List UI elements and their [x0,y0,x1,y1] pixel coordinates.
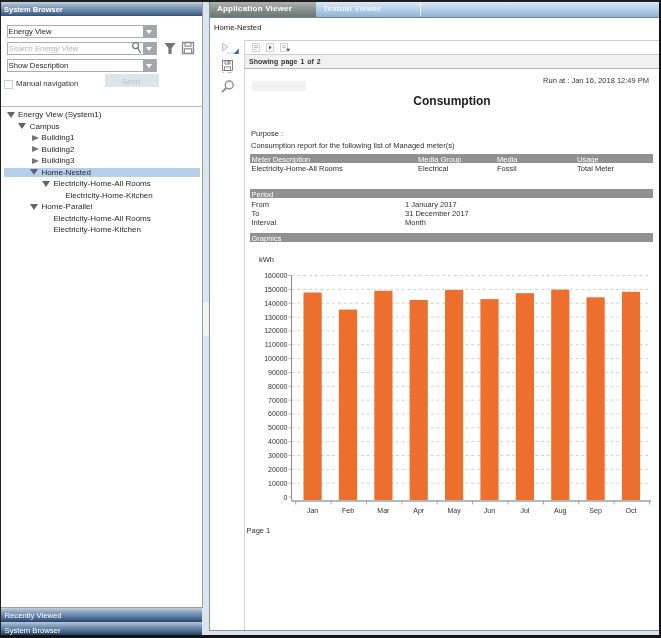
svg-text:Feb: Feb [342,507,354,514]
svg-text:Sep: Sep [589,507,602,515]
svg-text:Mar: Mar [377,507,390,514]
svg-text:130000: 130000 [264,314,287,321]
svg-text:20000: 20000 [268,466,288,473]
svg-text:May: May [447,507,461,515]
svg-text:Jun: Jun [484,507,495,514]
svg-text:Apr: Apr [413,507,425,515]
svg-text:Jan: Jan [307,507,318,514]
svg-text:80000: 80000 [268,383,288,390]
svg-text:Jul: Jul [520,507,529,514]
svg-text:50000: 50000 [268,424,288,431]
svg-text:90000: 90000 [268,369,288,376]
svg-text:Aug: Aug [554,507,567,515]
svg-text:140000: 140000 [264,300,287,307]
svg-text:120000: 120000 [264,327,287,334]
svg-text:110000: 110000 [265,341,288,348]
svg-text:30000: 30000 [268,452,288,459]
svg-text:40000: 40000 [268,438,288,445]
svg-text:150000: 150000 [264,286,287,293]
svg-text:100000: 100000 [264,355,287,362]
svg-text:0: 0 [284,494,288,501]
svg-text:70000: 70000 [268,397,288,404]
svg-text:160000: 160000 [264,272,287,279]
svg-text:10000: 10000 [268,480,288,487]
svg-text:Oct: Oct [626,507,637,514]
svg-text:60000: 60000 [268,410,288,417]
